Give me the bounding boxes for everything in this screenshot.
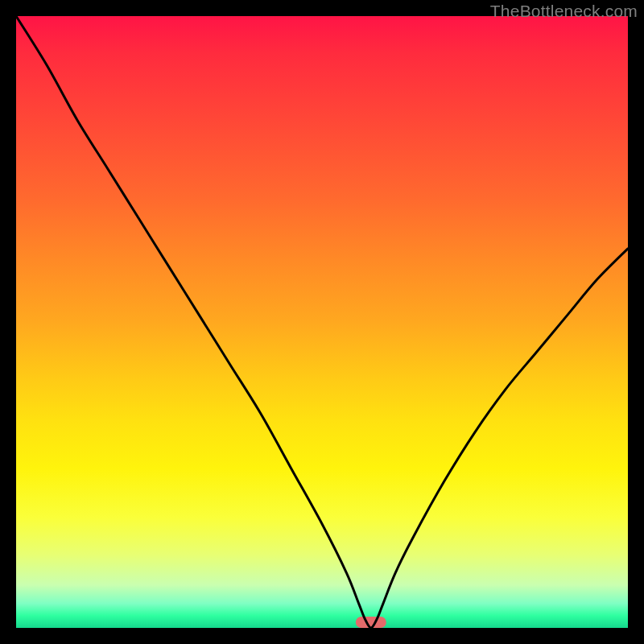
marker-layer [356, 617, 386, 628]
watermark-text: TheBottleneck.com [490, 2, 638, 21]
chart-frame: TheBottleneck.com [0, 0, 644, 644]
valley-marker [356, 617, 386, 628]
chart-svg [16, 16, 628, 628]
bottleneck-curve-path [16, 16, 628, 628]
plot-area [16, 16, 628, 628]
